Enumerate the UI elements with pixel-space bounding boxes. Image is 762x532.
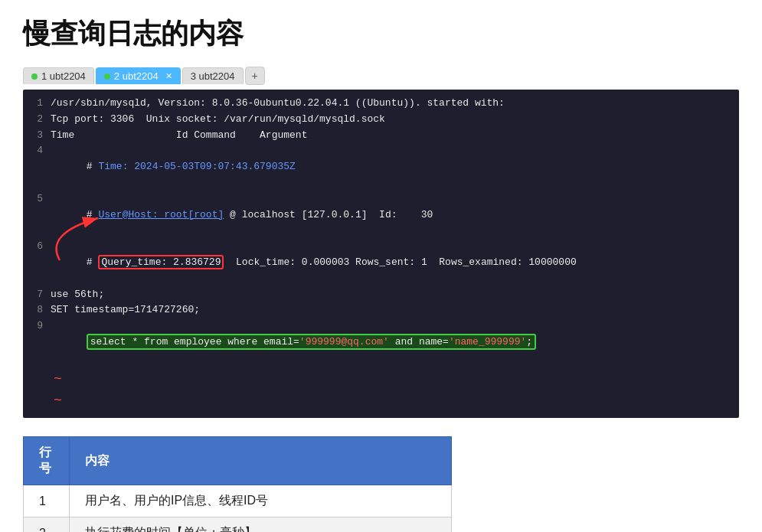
tab1-label: 1 ubt2204 (41, 70, 86, 82)
line-num-8: 8 (31, 302, 43, 318)
code-line-4: 4 # Time: 2024-05-03T09:07:43.679035Z (31, 143, 731, 191)
table-header-num: 行号 (24, 437, 70, 485)
line-num-3: 3 (31, 128, 43, 144)
code-line-6: 6 # Query_time: 2.836729 Lock_time: 0.00… (31, 239, 731, 286)
line-content-2: Tcp port: 3306 Unix socket: /var/run/mys… (51, 112, 731, 128)
code-line-5: 5 # User@Host: root[root] @ localhost [1… (31, 191, 731, 239)
tilde-area: ~ (31, 368, 731, 390)
code-line-1: 1 /usr/sbin/mysqld, Version: 8.0.36-0ubu… (31, 96, 731, 112)
add-tab-button[interactable]: + (245, 67, 265, 85)
line-content-6: # Query_time: 2.836729 Lock_time: 0.0000… (51, 239, 731, 286)
table-cell-num: 1 (24, 485, 70, 517)
code-line-3: 3 Time Id Command Argument (31, 128, 731, 144)
info-table: 行号 内容 1用户名、用户的IP信息、线程ID号2执行花费的时间【单位：毫秒】3… (23, 436, 452, 532)
tilde-area-2: ~ (31, 390, 731, 412)
line-content-5: # User@Host: root[root] @ localhost [127… (51, 191, 731, 239)
line-content-9: select * from employee where email='9999… (51, 318, 731, 366)
tabs-bar: 1 ubt2204 2 ubt2204 ✕ 3 ubt2204 + (23, 67, 739, 85)
line-content-4: # Time: 2024-05-03T09:07:43.679035Z (51, 143, 731, 191)
line-content-7: use 56th; (51, 287, 731, 303)
tilde-1: ~ (54, 371, 62, 387)
line-num-6: 6 (31, 239, 43, 286)
tab-3[interactable]: 3 ubt2204 (182, 67, 244, 84)
table-header-content: 内容 (70, 437, 452, 485)
line-num-1: 1 (31, 96, 43, 112)
table-cell-content: 执行花费的时间【单位：毫秒】 (70, 517, 452, 532)
table-cell-content: 用户名、用户的IP信息、线程ID号 (70, 485, 452, 517)
line-content-1: /usr/sbin/mysqld, Version: 8.0.36-0ubunt… (51, 96, 731, 112)
tab2-dot (104, 73, 110, 80)
tab2-close[interactable]: ✕ (165, 71, 172, 81)
code-line-2: 2 Tcp port: 3306 Unix socket: /var/run/m… (31, 112, 731, 128)
line-num-5: 5 (31, 191, 43, 239)
tab1-dot (31, 73, 38, 80)
tab-1[interactable]: 1 ubt2204 (23, 67, 94, 84)
table-row: 2执行花费的时间【单位：毫秒】 (24, 517, 452, 532)
code-line-9: 9 select * from employee where email='99… (31, 318, 731, 366)
line-num-9: 9 (31, 318, 43, 366)
tab2-label: 2 ubt2204 (114, 70, 159, 82)
tilde-2: ~ (54, 393, 62, 408)
line-num-2: 2 (31, 112, 43, 128)
line-num-4: 4 (31, 143, 43, 191)
table-cell-num: 2 (24, 517, 70, 532)
tab3-label: 3 ubt2204 (191, 70, 235, 82)
line-num-7: 7 (31, 287, 43, 303)
code-line-7: 7 use 56th; (31, 287, 731, 303)
line-content-8: SET timestamp=1714727260; (51, 302, 731, 318)
code-block: 1 /usr/sbin/mysqld, Version: 8.0.36-0ubu… (23, 90, 739, 418)
page-title: 慢查询日志的内容 (23, 15, 739, 53)
line-content-3: Time Id Command Argument (51, 128, 731, 144)
code-line-8: 8 SET timestamp=1714727260; (31, 302, 731, 318)
tab-2[interactable]: 2 ubt2204 ✕ (96, 67, 181, 84)
table-row: 1用户名、用户的IP信息、线程ID号 (24, 485, 452, 517)
